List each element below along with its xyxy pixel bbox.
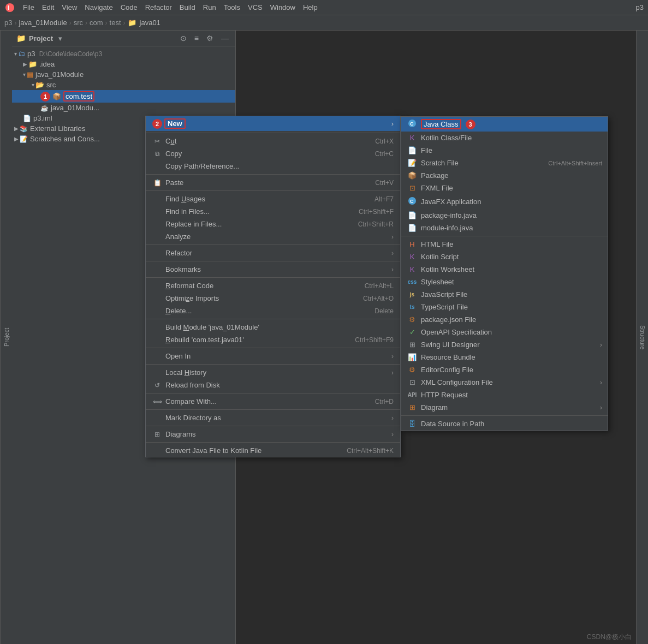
submenu-resource-bundle[interactable]: 📊 Resource Bundle — [401, 351, 608, 363]
submenu-scratch[interactable]: 📝 Scratch File Ctrl+Alt+Shift+Insert — [401, 157, 608, 169]
context-menu-bookmarks[interactable]: Bookmarks › — [146, 263, 400, 276]
submenu-resource-bundle-label: Resource Bundle — [421, 353, 475, 361]
ctx-sep-4 — [146, 245, 400, 245]
context-new-label: New — [164, 118, 186, 129]
context-menu-optimize[interactable]: Optimize Imports Ctrl+Alt+O — [146, 292, 400, 305]
submenu-kotlin-script[interactable]: K Kotlin Script — [401, 251, 608, 263]
structure-tab[interactable]: Structure — [636, 31, 648, 644]
panel-sync-icon[interactable]: ⊙ — [178, 33, 189, 44]
submenu-pkg-json[interactable]: ⚙ package.json File — [401, 313, 608, 326]
submenu-js[interactable]: js JavaScript File — [401, 288, 608, 301]
context-menu-rebuild[interactable]: Rebuild 'com.test.java01' Ctrl+Shift+F9 — [146, 333, 400, 346]
submenu-html[interactable]: H HTML File — [401, 238, 608, 251]
menu-code[interactable]: Code — [117, 2, 141, 13]
panel-close-icon[interactable]: — — [219, 33, 231, 44]
ctx-bookmarks-arrow: › — [391, 266, 394, 273]
ctx-sep-12 — [146, 426, 400, 426]
submenu-pkg-info[interactable]: 📄 package-info.java — [401, 209, 608, 222]
context-menu-mark-dir[interactable]: Mark Directory as › — [146, 412, 400, 424]
menu-window[interactable]: Window — [267, 2, 299, 13]
context-menu-delete[interactable]: Delete... Delete — [146, 305, 400, 317]
menu-edit[interactable]: Edit — [39, 2, 57, 13]
panel-collapse-icon[interactable]: ≡ — [192, 33, 201, 44]
context-menu-copy[interactable]: ⧉ Copy Ctrl+C — [146, 147, 400, 160]
context-menu-find-usages[interactable]: Find Usages Alt+F7 — [146, 193, 400, 205]
module-icon: ▦ — [27, 70, 33, 79]
ctx-analyze-label: Analyze — [165, 232, 191, 241]
submenu-ts[interactable]: ts TypeScript File — [401, 301, 608, 313]
context-menu-local-history[interactable]: Local History › — [146, 366, 400, 379]
ctx-copy-shortcut: Ctrl+C — [375, 150, 394, 158]
menu-tools[interactable]: Tools — [221, 2, 243, 13]
http-icon: API — [407, 392, 418, 398]
tree-arrow-p3: ▾ — [14, 51, 17, 57]
context-menu-cut[interactable]: ✂ Cut Ctrl+X — [146, 135, 400, 147]
submenu-editorconfig[interactable]: ⚙ EditorConfig File — [401, 363, 608, 376]
breadcrumb-java01module[interactable]: java_01Module — [19, 19, 67, 27]
submenu-stylesheet[interactable]: css Stylesheet — [401, 276, 608, 288]
menu-build[interactable]: Build — [176, 2, 199, 13]
submenu-kotlin-class[interactable]: K Kotlin Class/File — [401, 132, 608, 144]
menu-help[interactable]: Help — [300, 2, 321, 13]
submenu-xml-config[interactable]: ⊡ XML Configuration File › — [401, 376, 608, 389]
tree-item-src[interactable]: ▾ 📂 src — [12, 80, 235, 90]
tree-item-idea[interactable]: ▶ 📁 .idea — [12, 59, 235, 69]
breadcrumb-com[interactable]: com — [90, 19, 103, 27]
submenu-diagram[interactable]: ⊞ Diagram › — [401, 401, 608, 414]
context-menu-analyze[interactable]: Analyze › — [146, 230, 400, 243]
ctx-sep-7 — [146, 319, 400, 319]
submenu-module-info[interactable]: 📄 module-info.java — [401, 222, 608, 234]
ctx-local-history-arrow: › — [391, 369, 394, 377]
breadcrumb-java01[interactable]: java01 — [140, 19, 160, 27]
menu-refactor[interactable]: Refactor — [142, 2, 175, 13]
context-menu-refactor[interactable]: Refactor › — [146, 247, 400, 259]
context-menu-diagrams[interactable]: ⊞ Diagrams › — [146, 428, 400, 440]
project-icon: 🗂 — [18, 50, 25, 58]
context-menu-copy-path[interactable]: Copy Path/Reference... — [146, 160, 400, 172]
breadcrumb-test[interactable]: test — [110, 19, 121, 27]
ctx-cut-label: Cut — [165, 137, 176, 145]
submenu-package[interactable]: 📦 Package — [401, 169, 608, 182]
ctx-sep-2 — [146, 174, 400, 175]
submenu-fxml[interactable]: ⊡ FXML File — [401, 182, 608, 194]
tree-item-p3[interactable]: ▾ 🗂 p3 D:\Code\ideaCode\p3 — [12, 49, 235, 59]
context-menu-convert-kotlin[interactable]: Convert Java File to Kotlin File Ctrl+Al… — [146, 444, 400, 457]
ctx-mark-dir-label: Mark Directory as — [165, 414, 221, 422]
folder-icon: 📁 — [16, 34, 26, 43]
dropdown-icon[interactable]: ▾ — [58, 34, 62, 43]
context-menu-reformat[interactable]: Reformat Code Ctrl+Alt+L — [146, 279, 400, 292]
submenu-scratch-shortcut: Ctrl+Alt+Shift+Insert — [548, 160, 602, 166]
submenu-swing[interactable]: ⊞ Swing UI Designer › — [401, 338, 608, 351]
context-menu-compare[interactable]: ⟺ Compare With... Ctrl+D — [146, 395, 400, 408]
context-menu-replace-files[interactable]: Replace in Files... Ctrl+Shift+R — [146, 218, 400, 230]
context-menu-open-in[interactable]: Open In › — [146, 350, 400, 362]
tree-item-java01module[interactable]: ▾ ▦ java_01Module — [12, 69, 235, 80]
project-panel-header: 📁 Project ▾ ⊙ ≡ ⚙ — — [12, 31, 235, 46]
context-menu-new[interactable]: 2 New › — [146, 116, 400, 131]
menu-run[interactable]: Run — [200, 2, 219, 13]
submenu-javafx[interactable]: C JavaFX Application — [401, 194, 608, 209]
context-menu-build-module[interactable]: Build Module 'java_01Module' — [146, 321, 400, 333]
context-menu-paste[interactable]: 📋 Paste Ctrl+V — [146, 176, 400, 189]
submenu-java-class[interactable]: C Java Class 3 — [401, 117, 608, 132]
tree-item-com-test[interactable]: 1 📦 com.test — [12, 90, 235, 103]
menu-vcs[interactable]: VCS — [245, 2, 266, 13]
breadcrumb-p3[interactable]: p3 — [4, 19, 12, 27]
tree-label-src: src — [46, 81, 56, 89]
sidebar-project-tab[interactable]: Project — [0, 31, 12, 644]
menu-navigate[interactable]: Navigate — [81, 2, 116, 13]
menu-view[interactable]: View — [58, 2, 80, 13]
submenu-openapi[interactable]: ✓ OpenAPI Specification — [401, 326, 608, 338]
context-menu-find-files[interactable]: Find in Files... Ctrl+Shift+F — [146, 205, 400, 218]
submenu-kotlin-ws[interactable]: K Kotlin Worksheet — [401, 263, 608, 276]
submenu-http[interactable]: API HTTP Request — [401, 389, 608, 401]
panel-settings-icon[interactable]: ⚙ — [204, 33, 216, 44]
submenu-file[interactable]: 📄 File — [401, 144, 608, 157]
submenu-datasource[interactable]: 🗄 Data Source in Path — [401, 418, 608, 430]
tree-item-java01module-file[interactable]: ☕ java_01Modu... — [12, 103, 235, 113]
menu-file[interactable]: File — [20, 2, 38, 13]
breadcrumb-src[interactable]: src — [74, 19, 83, 27]
context-menu-reload[interactable]: ↺ Reload from Disk — [146, 379, 400, 391]
ctx-sep-6 — [146, 277, 400, 278]
tree-label-java01module-file: java_01Modu... — [51, 104, 99, 112]
